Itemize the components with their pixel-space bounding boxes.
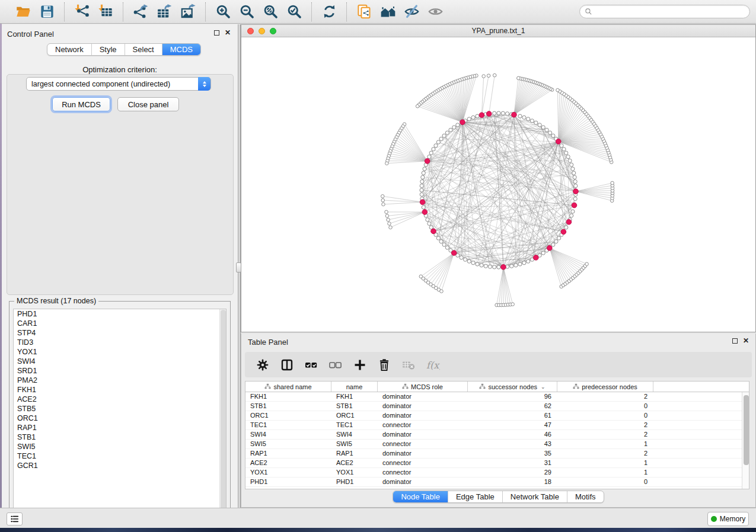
tab-select[interactable]: Select xyxy=(125,44,162,55)
shared-column-icon xyxy=(264,383,271,390)
tab-network[interactable]: Network xyxy=(47,44,91,55)
float-table-panel-icon[interactable] xyxy=(732,338,738,344)
memory-button[interactable]: Memory xyxy=(707,512,749,526)
table-row[interactable]: YOX1YOX1connector291 xyxy=(245,468,749,477)
tab-motifs[interactable]: Motifs xyxy=(567,491,604,502)
mcds-result-item[interactable]: TEC1 xyxy=(14,451,226,461)
float-panel-icon[interactable] xyxy=(214,30,219,36)
node-table: shared namenameMCDS rolesuccessor nodes⌄… xyxy=(245,381,749,489)
optimization-criterion-select[interactable]: largest connected component (undirected) xyxy=(26,77,211,91)
mcds-result-item[interactable]: SWI4 xyxy=(14,357,226,366)
tab-mcds[interactable]: MCDS xyxy=(162,44,200,55)
table-row[interactable]: ACE2ACE2connector311 xyxy=(245,459,749,468)
tab-style[interactable]: Style xyxy=(91,44,125,55)
column-header-MCDS-role[interactable]: MCDS role xyxy=(378,382,468,392)
table-cell: dominator xyxy=(378,411,468,420)
import-table-icon xyxy=(98,4,114,20)
mcds-result-item[interactable]: ACE2 xyxy=(14,395,226,404)
mcds-result-item[interactable]: PHD1 xyxy=(14,309,226,319)
mcds-result-group: MCDS result (17 nodes) PHD1CAR1STP4TID3Y… xyxy=(9,301,231,521)
select-stepper-icon xyxy=(198,77,210,91)
table-cell: 0 xyxy=(557,402,653,411)
table-row[interactable]: RAP1RAP1dominator352 xyxy=(245,449,749,459)
network-graph-canvas[interactable] xyxy=(241,37,755,332)
mcds-result-item[interactable]: ORC1 xyxy=(14,414,226,423)
clone-network-button[interactable] xyxy=(354,2,374,21)
table-toolbar: f(x) xyxy=(245,352,752,377)
zoom-in-button[interactable] xyxy=(213,2,233,21)
mcds-result-item[interactable]: FKH1 xyxy=(14,385,226,395)
select-all-button[interactable] xyxy=(304,358,318,372)
search-field[interactable] xyxy=(579,5,750,18)
function-builder-icon: f(x) xyxy=(426,358,440,372)
zoom-out-button[interactable] xyxy=(237,2,257,21)
table-cell: 61 xyxy=(468,411,557,420)
close-panel-icon[interactable]: ✕ xyxy=(225,30,231,36)
tab-edge-table[interactable]: Edge Table xyxy=(448,491,502,502)
mcds-result-item[interactable]: SWI5 xyxy=(14,442,226,451)
mcds-result-item[interactable]: STB5 xyxy=(14,404,226,414)
mcds-result-item[interactable]: PMA2 xyxy=(14,376,226,385)
mcds-result-list[interactable]: PHD1CAR1STP4TID3YOX1SWI4SRD1PMA2FKH1ACE2… xyxy=(13,309,227,517)
mcds-result-item[interactable]: CAR1 xyxy=(14,319,226,328)
tab-network-table[interactable]: Network Table xyxy=(502,491,567,502)
import-table-button[interactable] xyxy=(95,2,116,21)
mcds-result-item[interactable]: GCR1 xyxy=(14,461,226,470)
table-row[interactable]: TEC1TEC1connector472 xyxy=(245,421,749,430)
network-window-titlebar[interactable]: YPA_prune.txt_1 xyxy=(241,25,755,37)
table-cell: 35 xyxy=(468,449,557,458)
export-network-icon xyxy=(133,4,149,20)
close-panel-button[interactable]: Close panel xyxy=(117,97,179,111)
network-home-icon xyxy=(380,4,396,20)
settings-gear-button[interactable] xyxy=(256,358,270,372)
table-row[interactable]: STB1STB1dominator620 xyxy=(245,402,749,411)
table-cell: YOX1 xyxy=(331,468,378,477)
mcds-result-item[interactable]: TID3 xyxy=(14,338,226,347)
export-image-button[interactable] xyxy=(178,2,198,21)
search-icon xyxy=(585,8,592,15)
function-builder-button[interactable]: f(x) xyxy=(426,358,440,372)
tab-node-table[interactable]: Node Table xyxy=(393,491,448,502)
save-session-button[interactable] xyxy=(37,2,57,21)
mcds-result-item[interactable]: SRD1 xyxy=(14,366,226,376)
deselect-all-button[interactable] xyxy=(328,358,343,372)
open-session-button[interactable] xyxy=(13,2,33,21)
export-network-button[interactable] xyxy=(130,2,151,21)
network-home-button[interactable] xyxy=(378,2,398,21)
export-table-button[interactable] xyxy=(154,2,174,21)
import-network-button[interactable] xyxy=(72,2,92,21)
table-cell: 1 xyxy=(557,440,653,448)
status-menu-button[interactable] xyxy=(7,512,23,525)
mcds-list-scrollbar[interactable] xyxy=(219,309,226,517)
column-header-name[interactable]: name xyxy=(331,382,378,392)
mcds-result-item[interactable]: STP4 xyxy=(14,328,226,338)
table-row[interactable]: SWI5SWI5connector431 xyxy=(245,440,749,449)
column-header-successor-nodes[interactable]: successor nodes⌄ xyxy=(468,382,557,392)
toggle-columns-button[interactable] xyxy=(280,358,294,372)
column-header-shared-name[interactable]: shared name xyxy=(245,382,331,392)
mcds-result-item[interactable]: RAP1 xyxy=(14,423,226,432)
mcds-result-item[interactable]: STB1 xyxy=(14,432,226,442)
zoom-selected-button[interactable] xyxy=(284,2,304,21)
column-header-predecessor-nodes[interactable]: predecessor nodes xyxy=(557,382,653,392)
table-row[interactable]: FKH1FKH1dominator962 xyxy=(245,392,749,402)
table-row[interactable]: SWI4SWI4dominator462 xyxy=(245,430,749,440)
delete-column-button[interactable] xyxy=(377,358,391,372)
table-row[interactable]: ORC1ORC1dominator610 xyxy=(245,411,749,421)
run-mcds-button[interactable]: Run MCDS xyxy=(52,97,110,111)
export-image-icon xyxy=(180,4,196,20)
add-column-button[interactable] xyxy=(353,358,367,372)
search-input[interactable] xyxy=(595,8,745,16)
refresh-layout-button[interactable] xyxy=(319,2,339,21)
table-cell: connector xyxy=(378,459,468,467)
destroy-table-button[interactable] xyxy=(401,358,416,372)
show-hidden-button[interactable] xyxy=(425,2,445,21)
table-row[interactable]: PHD1PHD1dominator180 xyxy=(245,477,749,487)
close-table-panel-icon[interactable]: ✕ xyxy=(743,338,749,344)
hide-selected-button[interactable] xyxy=(401,2,422,21)
table-panel: Table Panel ✕ f(x) shared namenameMCDS r… xyxy=(241,334,756,508)
mcds-result-item[interactable]: YOX1 xyxy=(14,347,226,357)
table-cell: FKH1 xyxy=(331,392,378,401)
zoom-fit-button[interactable] xyxy=(260,2,280,21)
table-scrollbar[interactable] xyxy=(742,392,749,489)
